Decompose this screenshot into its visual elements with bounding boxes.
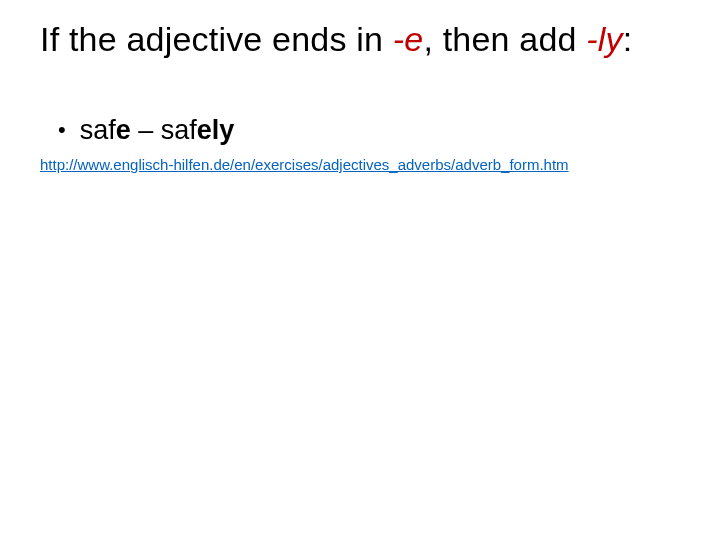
source-link[interactable]: http://www.englisch-hilfen.de/en/exercis… — [40, 156, 569, 173]
bullet-bold-1: e — [116, 115, 131, 145]
bullet-item: • safe – safely — [58, 115, 680, 146]
bullet-bold-2: ely — [197, 115, 235, 145]
bullet-text: safe – safely — [80, 115, 235, 146]
title-text-2: , then add — [423, 20, 586, 58]
title-emphasis-1: -e — [393, 20, 424, 58]
bullet-pre-1: saf — [80, 115, 116, 145]
link-line: http://www.englisch-hilfen.de/en/exercis… — [40, 156, 680, 173]
title-emphasis-2: -ly — [586, 20, 622, 58]
title-text-1: If the adjective ends in — [40, 20, 393, 58]
bullet-dot-icon: • — [58, 119, 66, 141]
bullet-mid: – saf — [131, 115, 197, 145]
slide-title: If the adjective ends in -e, then add -l… — [40, 20, 680, 59]
title-text-3: : — [623, 20, 633, 58]
slide: If the adjective ends in -e, then add -l… — [0, 0, 720, 540]
